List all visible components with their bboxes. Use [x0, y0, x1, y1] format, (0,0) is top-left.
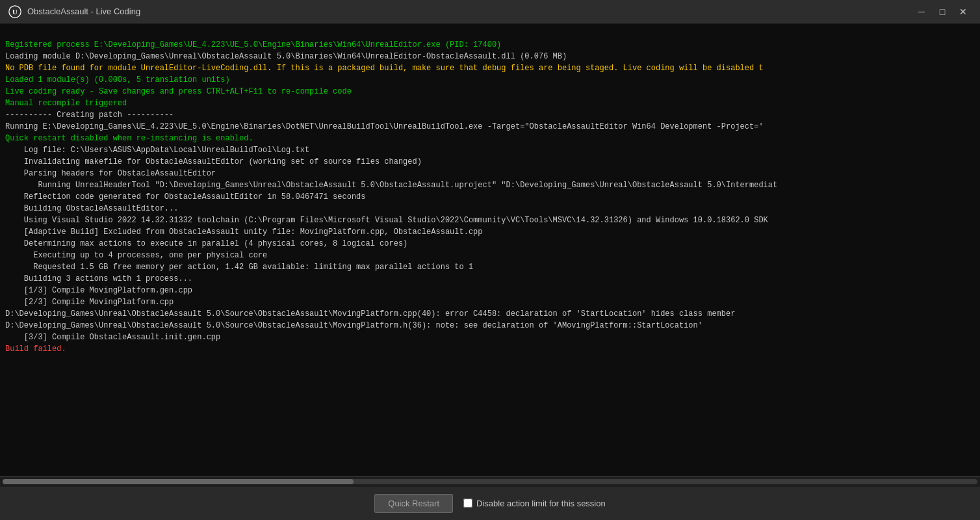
console-line: No PDB file found for module UnrealEdito… — [5, 62, 975, 74]
close-button[interactable]: ✕ — [954, 5, 972, 19]
svg-text:U: U — [12, 8, 18, 16]
console-line: Parsing headers for ObstacleAssaultEdito… — [5, 168, 975, 179]
maximize-button[interactable]: □ — [933, 5, 951, 19]
console-line: Running E:\Developing_Games\UE_4.223\UE_… — [5, 121, 975, 133]
disable-action-checkbox-label[interactable]: Disable action limit for this session — [463, 499, 606, 508]
console-line: Building 3 actions with 1 process... — [5, 273, 975, 285]
console-line: [2/3] Compile MovingPlatform.cpp — [5, 296, 975, 308]
disable-action-area: Disable action limit for this session — [463, 499, 606, 508]
console-line: Executing up to 4 processes, one per phy… — [5, 250, 975, 261]
console-line: Log file: C:\Users\ASUS\AppData\Local\Un… — [5, 144, 975, 156]
console-line: Requested 1.5 GB free memory per action,… — [5, 261, 975, 273]
scrollbar-area[interactable] — [0, 476, 980, 487]
console-line: Reflection code generated for ObstacleAs… — [5, 191, 975, 203]
console-line: D:\Developing_Games\Unreal\ObstacleAssau… — [5, 320, 975, 332]
console-line: Build failed. — [5, 343, 975, 355]
bottom-controls: Quick Restart Disable action limit for t… — [0, 487, 980, 520]
console-line: Using Visual Studio 2022 14.32.31332 too… — [5, 214, 975, 226]
minimize-button[interactable]: ─ — [912, 5, 931, 19]
console-line: Quick restart disabled when re-instancin… — [5, 133, 975, 144]
console-line: Registered process E:\Developing_Games\U… — [5, 39, 975, 51]
ue-logo-icon: U — [8, 5, 22, 19]
title-bar-controls: ─ □ ✕ — [912, 5, 972, 19]
bottom-bar: Quick Restart Disable action limit for t… — [0, 476, 980, 520]
title-bar-left: U ObstacleAssault - Live Coding — [8, 5, 140, 19]
console-line: [3/3] Compile ObstacleAssault.init.gen.c… — [5, 332, 975, 343]
console-line: Determining max actions to execute in pa… — [5, 238, 975, 250]
console-line: Loading module D:\Developing_Games\Unrea… — [5, 51, 975, 62]
console-line: [1/3] Compile MovingPlatform.gen.cpp — [5, 285, 975, 296]
console-output: Registered process E:\Developing_Games\U… — [0, 23, 980, 476]
console-line: Building ObstacleAssaultEditor... — [5, 203, 975, 214]
console-line: Running UnrealHeaderTool "D:\Developing_… — [5, 179, 975, 191]
console-line: Live coding ready - Save changes and pre… — [5, 86, 975, 98]
console-line: ---------- Creating patch ---------- — [5, 109, 975, 121]
title-bar: U ObstacleAssault - Live Coding ─ □ ✕ — [0, 0, 980, 23]
console-line: D:\Developing_Games\Unreal\ObstacleAssau… — [5, 308, 975, 320]
window-title: ObstacleAssault - Live Coding — [27, 6, 140, 16]
disable-action-label: Disable action limit for this session — [476, 499, 606, 508]
disable-action-checkbox[interactable] — [463, 499, 472, 508]
scrollbar-thumb[interactable] — [3, 479, 354, 484]
console-line: Loaded 1 module(s) (0.000s, 5 translatio… — [5, 74, 975, 86]
console-line: [Adaptive Build] Excluded from ObstacleA… — [5, 226, 975, 238]
console-line: Invalidating makefile for ObstacleAssaul… — [5, 156, 975, 168]
scrollbar-track[interactable] — [3, 479, 977, 484]
quick-restart-button[interactable]: Quick Restart — [374, 494, 453, 513]
console-line: Manual recompile triggered — [5, 98, 975, 109]
